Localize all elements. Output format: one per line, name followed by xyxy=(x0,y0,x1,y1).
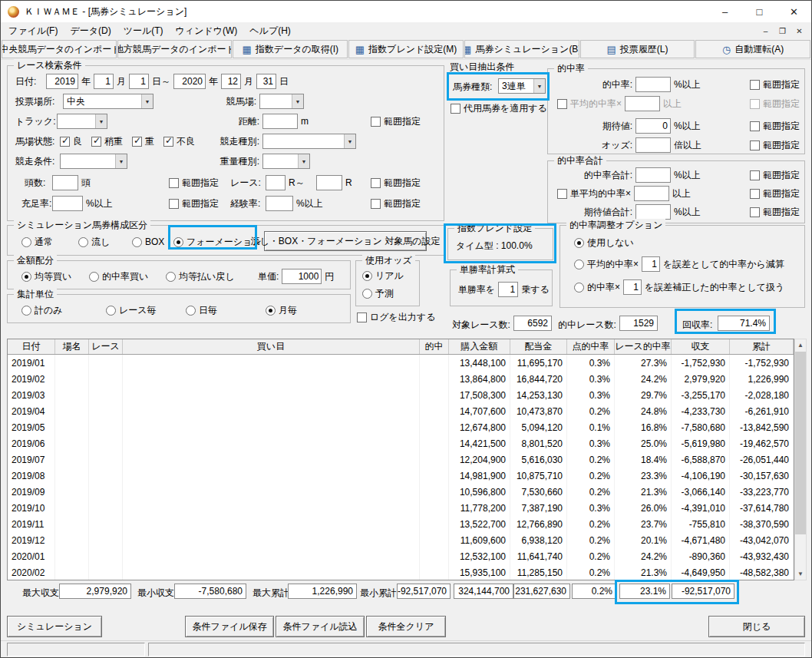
range-checkbox[interactable] xyxy=(750,170,760,180)
radio-subtract-error[interactable] xyxy=(574,260,584,269)
radio-nagashi[interactable] xyxy=(78,237,88,247)
race-no-to-input[interactable] xyxy=(316,175,342,190)
radio-per-month-label[interactable]: 月毎 xyxy=(279,304,297,317)
radio-per-race[interactable] xyxy=(106,306,116,316)
save-conditions-button[interactable]: 条件ファイル保存 xyxy=(185,616,274,637)
menu-item[interactable]: ヘルプ(H) xyxy=(243,22,297,40)
toolbar-button[interactable]: ▦指数データの取得(I) xyxy=(233,40,348,58)
hit-rate-input[interactable] xyxy=(635,77,671,92)
table-row[interactable]: 2019/0317,508,30014,253,1300.3%29.7%-3,2… xyxy=(8,387,794,403)
minimize-icon[interactable]: – xyxy=(708,1,742,22)
exp-rate-input[interactable] xyxy=(266,196,293,211)
range-label[interactable]: 範囲指定 xyxy=(384,197,421,210)
unit-price-input[interactable] xyxy=(282,269,322,284)
table-row[interactable]: 2019/0712,204,9005,616,0300.2%18.4%-6,58… xyxy=(8,451,794,468)
subtract-error-pre[interactable]: 平均的中率× xyxy=(587,258,639,271)
menu-item[interactable]: データ(D) xyxy=(64,22,117,40)
simulate-button[interactable]: シミュレーション xyxy=(7,616,102,637)
close-icon[interactable]: ✕ xyxy=(777,1,811,22)
target-horse-settings-button[interactable]: 流し・BOX・フォーメーション 対象馬の設定 xyxy=(264,231,427,251)
column-header[interactable]: 配当金 xyxy=(510,339,567,354)
mdi-close-icon[interactable]: ✕ xyxy=(794,27,805,35)
ticket-type-select[interactable]: 3連単 ▼ xyxy=(498,78,546,94)
range-checkbox[interactable] xyxy=(371,199,381,209)
mdi-minimize-icon[interactable]: – xyxy=(760,27,771,35)
place-select[interactable]: 中央 ▼ xyxy=(63,94,153,109)
column-header[interactable]: 日付 xyxy=(8,339,55,354)
substitute-label[interactable]: 代用馬券を適用する xyxy=(464,102,547,115)
column-header[interactable]: 購入金額 xyxy=(449,339,510,354)
multiply-error-pre[interactable]: 的中率× xyxy=(587,281,620,294)
radio-real-odds[interactable] xyxy=(362,271,372,281)
mdi-restore-icon[interactable]: ❐ xyxy=(777,27,788,35)
fill-rate-input[interactable] xyxy=(52,196,83,211)
table-row[interactable]: 2020/0112,532,10011,641,7400.2%24.2%-890… xyxy=(8,548,794,564)
checkbox-single-avg-hitrate[interactable] xyxy=(557,189,567,199)
subtract-error-input[interactable] xyxy=(642,256,660,272)
radio-hitrate-buy-label[interactable]: 的中率買い xyxy=(102,270,148,283)
toolbar-button[interactable]: ▦地方競馬データのインポート(N) xyxy=(117,40,233,58)
radio-box-label[interactable]: BOX xyxy=(145,236,164,247)
radio-forecast-odds[interactable] xyxy=(362,289,372,299)
toolbar-button[interactable]: ◷自動運転(A) xyxy=(695,40,810,58)
scrollbar-thumb[interactable] xyxy=(795,352,806,534)
checkbox-slightly-heavy[interactable] xyxy=(91,137,101,147)
state-option-label[interactable]: 不良 xyxy=(177,135,195,148)
distance-input[interactable] xyxy=(262,114,298,129)
radio-equal-buy[interactable] xyxy=(21,272,31,282)
date-start-month-input[interactable] xyxy=(94,74,114,89)
table-row[interactable]: 2019/1011,778,2007,387,1900.3%26.0%-4,39… xyxy=(8,500,794,516)
range-label[interactable]: 範囲指定 xyxy=(763,187,800,200)
column-header[interactable]: 点的中率 xyxy=(567,339,615,354)
column-header[interactable]: 買い目 xyxy=(123,339,420,354)
date-end-year-input[interactable] xyxy=(173,74,206,89)
radio-real-odds-label[interactable]: リアル xyxy=(375,269,404,283)
column-header[interactable]: レース xyxy=(89,339,123,354)
column-header[interactable]: 累計 xyxy=(730,339,794,354)
column-header[interactable]: レース的中率 xyxy=(615,339,672,354)
range-checkbox[interactable] xyxy=(750,141,760,150)
maximize-icon[interactable]: □ xyxy=(742,1,777,22)
column-header[interactable]: 的中 xyxy=(420,339,449,354)
radio-normal[interactable] xyxy=(21,237,31,247)
range-label[interactable]: 範囲指定 xyxy=(182,177,219,190)
odds-input[interactable] xyxy=(635,137,671,153)
table-row[interactable]: 2019/0414,707,60010,473,8700.2%24.8%-4,2… xyxy=(8,403,794,419)
range-checkbox[interactable] xyxy=(371,178,381,188)
menu-item[interactable]: ツール(T) xyxy=(117,22,170,40)
multiply-error-input[interactable] xyxy=(623,279,642,295)
range-checkbox[interactable] xyxy=(371,117,381,127)
range-checkbox[interactable] xyxy=(169,199,179,209)
table-row[interactable]: 2019/0113,448,10011,695,1700.3%27.3%-1,7… xyxy=(8,355,794,371)
radio-per-day-label[interactable]: 日毎 xyxy=(199,304,217,317)
range-checkbox[interactable] xyxy=(750,207,760,217)
radio-forecast-odds-label[interactable]: 予測 xyxy=(375,287,394,300)
win-rate-exponent-input[interactable] xyxy=(498,282,518,297)
checkbox-substitute-ticket[interactable] xyxy=(451,104,460,114)
range-label[interactable]: 範囲指定 xyxy=(763,169,800,182)
date-start-day-input[interactable] xyxy=(129,74,149,89)
column-header[interactable]: 収支 xyxy=(672,339,730,354)
state-option-label[interactable]: 良 xyxy=(73,135,82,148)
radio-per-race-label[interactable]: レース毎 xyxy=(119,304,157,317)
state-option-label[interactable]: 稍重 xyxy=(104,135,123,148)
log-output-label[interactable]: ログを出力する xyxy=(370,311,435,324)
range-label[interactable]: 範囲指定 xyxy=(384,115,421,128)
radio-hitrate-buy[interactable] xyxy=(89,272,99,282)
race-kind-select[interactable]: ▼ xyxy=(262,134,356,149)
hit-total-input[interactable] xyxy=(635,167,671,183)
toolbar-button[interactable]: ▦馬券シミュレーション(B) xyxy=(464,40,579,58)
table-row[interactable]: 2020/0215,935,10011,285,1500.2%21.3%-4,6… xyxy=(8,564,794,580)
table-row[interactable]: 2019/0814,981,90010,875,7100.2%23.3%-4,1… xyxy=(8,468,794,484)
table-row[interactable]: 2019/0614,421,5008,801,5200.3%25.0%-5,61… xyxy=(8,435,794,451)
course-select[interactable]: ▼ xyxy=(259,94,304,109)
column-header[interactable]: 場名 xyxy=(55,339,89,354)
range-label[interactable]: 範囲指定 xyxy=(763,206,800,219)
scroll-up-icon[interactable]: ▲ xyxy=(797,342,804,349)
range-label[interactable]: 範囲指定 xyxy=(182,197,219,210)
checkbox-avg-hitrate[interactable] xyxy=(557,99,567,109)
radio-total-only-label[interactable]: 計のみ xyxy=(35,304,63,317)
radio-multiply-error[interactable] xyxy=(574,283,584,293)
race-no-from-input[interactable] xyxy=(266,175,286,190)
radio-equal-refund[interactable] xyxy=(166,272,176,282)
